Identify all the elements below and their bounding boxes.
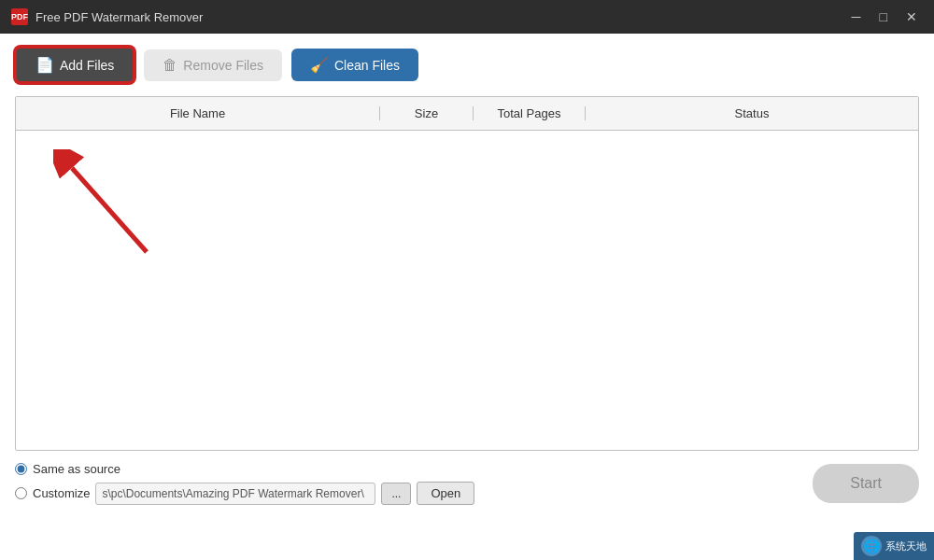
- arrow-hint: [53, 149, 175, 273]
- output-options: Same as source Customize ... Open: [15, 462, 474, 505]
- col-header-filename: File Name: [16, 106, 380, 120]
- clean-files-icon: 🧹: [310, 56, 329, 74]
- app-title: Free PDF Watermark Remover: [35, 10, 203, 24]
- main-content: 📄 Add Files 🗑 Remove Files 🧹 Clean Files…: [0, 34, 934, 560]
- remove-files-button[interactable]: 🗑 Remove Files: [144, 49, 282, 81]
- watermark-text: 系统天地: [885, 539, 927, 553]
- svg-line-1: [72, 168, 147, 252]
- same-as-source-label: Same as source: [33, 462, 120, 476]
- start-button[interactable]: Start: [813, 464, 919, 503]
- watermark-globe-icon: 🌐: [861, 536, 882, 556]
- remove-files-icon: 🗑: [163, 57, 177, 74]
- toolbar: 📄 Add Files 🗑 Remove Files 🧹 Clean Files: [15, 47, 919, 83]
- watermark-badge: 🌐 系统天地: [854, 532, 934, 560]
- remove-files-label: Remove Files: [183, 58, 263, 73]
- browse-button[interactable]: ...: [381, 483, 411, 505]
- add-files-button[interactable]: 📄 Add Files: [15, 47, 134, 83]
- clean-files-button[interactable]: 🧹 Clean Files: [291, 49, 418, 81]
- close-button[interactable]: ✕: [900, 7, 923, 26]
- open-button[interactable]: Open: [417, 482, 474, 505]
- title-bar-controls: ─ □ ✕: [846, 7, 923, 26]
- add-files-label: Add Files: [60, 58, 114, 73]
- col-header-status: Status: [586, 106, 918, 120]
- path-input[interactable]: [95, 483, 375, 505]
- title-bar-left: PDF Free PDF Watermark Remover: [11, 8, 203, 25]
- title-bar: PDF Free PDF Watermark Remover ─ □ ✕: [0, 0, 934, 34]
- customize-radio[interactable]: [15, 487, 27, 499]
- bottom-bar: Same as source Customize ... Open Start: [15, 462, 919, 505]
- add-files-icon: 📄: [35, 56, 54, 74]
- minimize-button[interactable]: ─: [846, 7, 867, 26]
- customize-label: Customize: [33, 486, 90, 500]
- file-table: File Name Size Total Pages Status: [15, 96, 919, 451]
- table-body: [16, 131, 918, 451]
- same-as-source-row: Same as source: [15, 462, 474, 476]
- customize-row: Customize ... Open: [15, 482, 474, 505]
- col-header-size: Size: [380, 106, 474, 120]
- app-icon: PDF: [11, 8, 28, 25]
- col-header-pages: Total Pages: [474, 106, 586, 120]
- maximize-button[interactable]: □: [874, 7, 893, 26]
- table-header: File Name Size Total Pages Status: [16, 97, 918, 131]
- same-as-source-radio[interactable]: [15, 463, 27, 475]
- clean-files-label: Clean Files: [334, 58, 400, 73]
